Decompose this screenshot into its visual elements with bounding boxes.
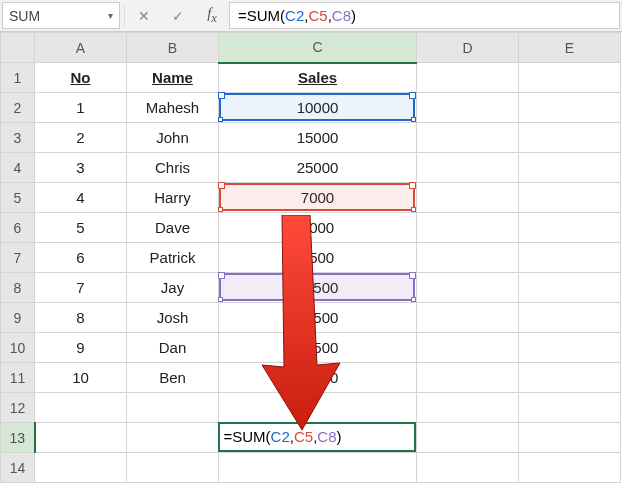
enter-formula-icon[interactable]: ✓ — [161, 0, 195, 31]
cell-B9[interactable]: Josh — [127, 303, 219, 333]
cell-C7[interactable]: 9500 — [219, 243, 417, 273]
cell-B1[interactable]: Name — [127, 63, 219, 93]
cell-A9[interactable]: 8 — [35, 303, 127, 333]
cell-D4[interactable] — [417, 153, 519, 183]
cell-B14[interactable] — [127, 453, 219, 483]
cell-C10[interactable]: 18500 — [219, 333, 417, 363]
cell-A8[interactable]: 7 — [35, 273, 127, 303]
formula-token: C5 — [308, 7, 327, 24]
row-header-2[interactable]: 2 — [1, 93, 35, 123]
cell-B5[interactable]: Harry — [127, 183, 219, 213]
cell-E10[interactable] — [519, 333, 621, 363]
cell-E8[interactable] — [519, 273, 621, 303]
cell-C14[interactable] — [219, 453, 417, 483]
cell-B7[interactable]: Patrick — [127, 243, 219, 273]
cell-E2[interactable] — [519, 93, 621, 123]
cell-C6[interactable]: 8000 — [219, 213, 417, 243]
column-header-D[interactable]: D — [417, 33, 519, 63]
cell-B4[interactable]: Chris — [127, 153, 219, 183]
active-cell-editor[interactable]: =SUM(C2,C5,C8) — [218, 422, 416, 452]
cell-D5[interactable] — [417, 183, 519, 213]
cell-D2[interactable] — [417, 93, 519, 123]
name-box-dropdown-icon[interactable]: ▾ — [101, 10, 119, 21]
column-header-A[interactable]: A — [35, 33, 127, 63]
cell-B10[interactable]: Dan — [127, 333, 219, 363]
cell-D11[interactable] — [417, 363, 519, 393]
cell-E14[interactable] — [519, 453, 621, 483]
cell-A1[interactable]: No — [35, 63, 127, 93]
row-header-10[interactable]: 10 — [1, 333, 35, 363]
cell-D13[interactable] — [417, 423, 519, 453]
cell-C11[interactable]: 17000 — [219, 363, 417, 393]
column-header-C[interactable]: C — [219, 33, 417, 63]
row-header-3[interactable]: 3 — [1, 123, 35, 153]
cancel-formula-icon[interactable]: ✕ — [127, 0, 161, 31]
cell-C4[interactable]: 25000 — [219, 153, 417, 183]
cell-C3[interactable]: 15000 — [219, 123, 417, 153]
cell-A3[interactable]: 2 — [35, 123, 127, 153]
cell-A7[interactable]: 6 — [35, 243, 127, 273]
formula-token: ) — [351, 7, 356, 24]
cell-E9[interactable] — [519, 303, 621, 333]
row-header-4[interactable]: 4 — [1, 153, 35, 183]
cell-content: John — [127, 129, 218, 146]
cell-A11[interactable]: 10 — [35, 363, 127, 393]
cell-E12[interactable] — [519, 393, 621, 423]
column-header-B[interactable]: B — [127, 33, 219, 63]
row-header-14[interactable]: 14 — [1, 453, 35, 483]
row-header-9[interactable]: 9 — [1, 303, 35, 333]
cell-C8[interactable]: 10500 — [219, 273, 417, 303]
cell-A13[interactable] — [35, 423, 127, 453]
cell-E13[interactable] — [519, 423, 621, 453]
cell-B3[interactable]: John — [127, 123, 219, 153]
cell-D10[interactable] — [417, 333, 519, 363]
cell-C9[interactable]: 27500 — [219, 303, 417, 333]
fx-icon[interactable]: fx — [195, 0, 229, 31]
cell-C5[interactable]: 7000 — [219, 183, 417, 213]
cell-A10[interactable]: 9 — [35, 333, 127, 363]
cell-B6[interactable]: Dave — [127, 213, 219, 243]
cell-B8[interactable]: Jay — [127, 273, 219, 303]
cell-D8[interactable] — [417, 273, 519, 303]
row-header-11[interactable]: 11 — [1, 363, 35, 393]
cell-B13[interactable] — [127, 423, 219, 453]
row-header-1[interactable]: 1 — [1, 63, 35, 93]
cell-E4[interactable] — [519, 153, 621, 183]
cell-A5[interactable]: 4 — [35, 183, 127, 213]
cell-D1[interactable] — [417, 63, 519, 93]
formula-bar-input[interactable]: =SUM(C2,C5,C8) — [229, 2, 620, 29]
cell-B11[interactable]: Ben — [127, 363, 219, 393]
cell-D7[interactable] — [417, 243, 519, 273]
cell-A6[interactable]: 5 — [35, 213, 127, 243]
cell-A12[interactable] — [35, 393, 127, 423]
cell-D14[interactable] — [417, 453, 519, 483]
cell-B12[interactable] — [127, 393, 219, 423]
cell-A2[interactable]: 1 — [35, 93, 127, 123]
row-header-12[interactable]: 12 — [1, 393, 35, 423]
cell-A14[interactable] — [35, 453, 127, 483]
cell-D12[interactable] — [417, 393, 519, 423]
cell-A4[interactable]: 3 — [35, 153, 127, 183]
cell-E1[interactable] — [519, 63, 621, 93]
cell-E5[interactable] — [519, 183, 621, 213]
row-header-7[interactable]: 7 — [1, 243, 35, 273]
cell-E6[interactable] — [519, 213, 621, 243]
name-box[interactable]: SUM ▾ — [2, 2, 120, 29]
cell-C12[interactable] — [219, 393, 417, 423]
cell-E11[interactable] — [519, 363, 621, 393]
select-all-corner[interactable] — [1, 33, 35, 63]
row-header-8[interactable]: 8 — [1, 273, 35, 303]
cell-D3[interactable] — [417, 123, 519, 153]
cell-E7[interactable] — [519, 243, 621, 273]
cell-C1[interactable]: Sales — [219, 63, 417, 93]
cell-E3[interactable] — [519, 123, 621, 153]
cell-B2[interactable]: Mahesh — [127, 93, 219, 123]
row-header-6[interactable]: 6 — [1, 213, 35, 243]
column-header-E[interactable]: E — [519, 33, 621, 63]
row-header-5[interactable]: 5 — [1, 183, 35, 213]
cell-C2[interactable]: 10000 — [219, 93, 417, 123]
cell-D6[interactable] — [417, 213, 519, 243]
cell-D9[interactable] — [417, 303, 519, 333]
row-header-13[interactable]: 13 — [1, 423, 35, 453]
cell-content: Name — [127, 69, 218, 86]
